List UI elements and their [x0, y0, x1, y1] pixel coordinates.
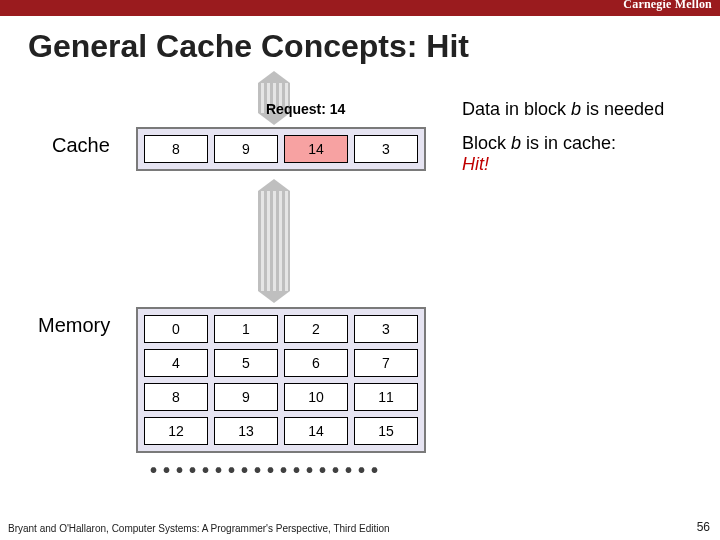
- memory-cell: 5: [214, 349, 278, 377]
- memory-cell: 7: [354, 349, 418, 377]
- memory-cell: 4: [144, 349, 208, 377]
- memory-cell: 6: [284, 349, 348, 377]
- memory-label: Memory: [38, 314, 110, 337]
- memory-cell: 15: [354, 417, 418, 445]
- narration-2-pre: Block: [462, 133, 511, 153]
- cache-label: Cache: [52, 134, 110, 157]
- narration-2-hit: Hit!: [462, 154, 489, 174]
- brand-bar: Carnegie Mellon: [0, 0, 720, 16]
- memory-cell: 9: [214, 383, 278, 411]
- footer-page-number: 56: [697, 520, 710, 534]
- slide-title: General Cache Concepts: Hit: [28, 28, 720, 65]
- narration-1: Data in block b is needed: [462, 99, 664, 120]
- narration-2-var: b: [511, 133, 521, 153]
- arrow-shaft: [258, 191, 290, 291]
- memory-continues-dots: ••••••••••••••••••: [150, 459, 430, 482]
- memory-cell: 11: [354, 383, 418, 411]
- memory-cell: 14: [284, 417, 348, 445]
- cache-cell: 8: [144, 135, 208, 163]
- footer-citation: Bryant and O'Hallaron, Computer Systems:…: [8, 523, 390, 534]
- cache-cell: 3: [354, 135, 418, 163]
- memory-cell: 3: [354, 315, 418, 343]
- memory-grid: 0123456789101112131415: [136, 307, 426, 453]
- request-label: Request: 14: [266, 101, 345, 117]
- cache-grid: 89143: [136, 127, 426, 171]
- diagram-stage: Request: 14 Data in block b is needed Bl…: [0, 71, 720, 501]
- memory-cell: 1: [214, 315, 278, 343]
- narration-2: Block b is in cache: Hit!: [462, 133, 616, 174]
- memory-cell: 2: [284, 315, 348, 343]
- memory-cell: 13: [214, 417, 278, 445]
- narration-1-pre: Data in block: [462, 99, 571, 119]
- arrow-head-up-icon: [258, 179, 290, 191]
- cache-cell: 9: [214, 135, 278, 163]
- arrow-cache-memory: [258, 179, 290, 303]
- arrow-head-up-icon: [258, 71, 290, 83]
- cache-cell: 14: [284, 135, 348, 163]
- memory-cell: 0: [144, 315, 208, 343]
- narration-1-var: b: [571, 99, 581, 119]
- narration-2-post: is in cache:: [526, 133, 616, 153]
- memory-cell: 10: [284, 383, 348, 411]
- arrow-head-down-icon: [258, 291, 290, 303]
- narration-1-post: is needed: [581, 99, 664, 119]
- memory-cell: 12: [144, 417, 208, 445]
- brand-label: Carnegie Mellon: [623, 0, 712, 12]
- memory-cell: 8: [144, 383, 208, 411]
